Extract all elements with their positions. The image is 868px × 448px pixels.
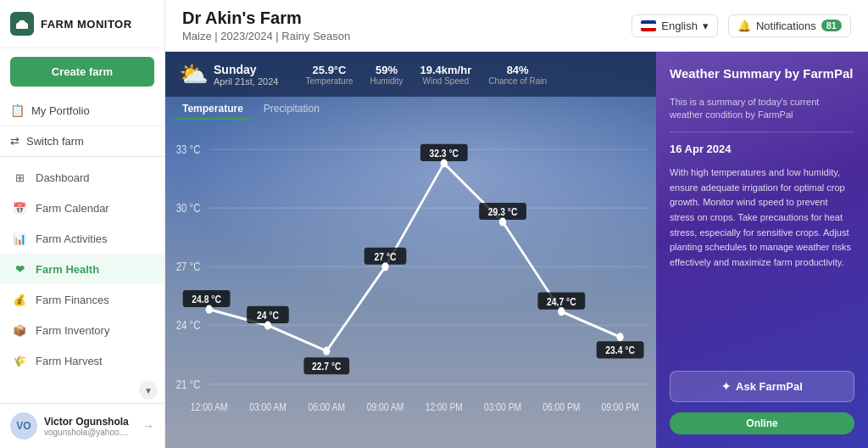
svg-text:06:00 PM: 06:00 PM [542, 401, 580, 412]
svg-text:24 °C: 24 °C [257, 310, 279, 321]
switch-icon: ⇄ [10, 135, 19, 148]
sidebar-logo: FARM MONITOR [0, 0, 164, 48]
notifications-label: Notifications [756, 20, 816, 32]
svg-text:24 °C: 24 °C [176, 319, 201, 332]
finances-icon: 💰 [12, 292, 27, 307]
nav-label-farm-activities: Farm Activities [36, 232, 108, 245]
weather-panel: ⛅ Sunday April 21st, 2024 25.9°C Tempera… [165, 52, 656, 448]
svg-text:27 °C: 27 °C [375, 251, 397, 262]
header-right: English ▾ 🔔 Notifications 81 [632, 14, 851, 37]
panel-divider [670, 132, 854, 132]
weather-date: April 21st, 2024 [214, 76, 278, 87]
header: Dr Akin's Farm Maize | 2023/2024 | Rainy… [165, 0, 868, 52]
sidebar-item-dashboard[interactable]: ⊞ Dashboard [0, 162, 164, 193]
sidebar-item-farm-finances[interactable]: 💰 Farm Finances [0, 284, 164, 315]
notifications-count: 81 [821, 20, 842, 31]
logo-text: FARM MONITOR [41, 18, 132, 31]
user-name: Victor Ogunshola [44, 416, 136, 428]
svg-point-43 [616, 333, 623, 341]
svg-text:30 °C: 30 °C [176, 202, 201, 215]
portfolio-item[interactable]: 📋 My Portfolio [0, 95, 164, 126]
humidity-value: 59% [370, 64, 403, 76]
dashboard-icon: ⊞ [12, 170, 27, 185]
bell-icon: 🔔 [737, 20, 751, 32]
svg-text:27 °C: 27 °C [176, 260, 201, 273]
temperature-stat: 25.9°C Temperature [305, 64, 353, 86]
farm-subtitle: Maize | 2023/2024 | Rainy Season [182, 30, 350, 42]
sidebar: FARM MONITOR Create farm 📋 My Portfolio … [0, 0, 165, 448]
svg-text:22.7 °C: 22.7 °C [312, 361, 342, 372]
summary-date: 16 Apr 2024 [670, 143, 854, 155]
svg-text:09:00 PM: 09:00 PM [601, 401, 638, 412]
health-icon: ❤ [12, 261, 27, 277]
sidebar-item-farm-health[interactable]: ❤ Farm Health [0, 254, 164, 284]
svg-text:09:00 AM: 09:00 AM [367, 401, 404, 412]
portfolio-icon: 📋 [10, 104, 25, 117]
svg-point-40 [441, 159, 448, 167]
svg-text:03:00 PM: 03:00 PM [484, 401, 521, 412]
wind-speed-label: Wind Speed [420, 76, 471, 86]
notifications-button[interactable]: 🔔 Notifications 81 [728, 14, 851, 37]
svg-text:23.4 °C: 23.4 °C [605, 344, 635, 356]
weather-day: Sunday [214, 63, 278, 76]
flag-icon [641, 20, 656, 31]
weather-top-bar: ⛅ Sunday April 21st, 2024 25.9°C Tempera… [165, 52, 656, 97]
nav-label-farm-inventory: Farm Inventory [36, 324, 109, 337]
portfolio-label: My Portfolio [31, 104, 90, 117]
ask-farmpal-button[interactable]: ✦ Ask FarmPal [670, 371, 854, 402]
svg-point-41 [499, 218, 506, 227]
avatar: VO [10, 412, 37, 440]
temperature-value: 25.9°C [305, 64, 353, 76]
nav-label-farm-calendar: Farm Calendar [36, 202, 109, 215]
svg-point-38 [323, 347, 330, 356]
summary-text: With high temperatures and low humidity,… [670, 165, 854, 270]
svg-point-36 [206, 305, 213, 314]
sparkle-icon: ✦ [721, 380, 731, 393]
language-selector[interactable]: English ▾ [632, 14, 718, 37]
inventory-icon: 📦 [12, 322, 27, 338]
create-farm-button[interactable]: Create farm [10, 57, 154, 87]
svg-rect-0 [16, 24, 28, 29]
svg-point-37 [264, 321, 271, 329]
harvest-icon: 🌾 [12, 353, 27, 368]
user-info: Victor Ogunshola vogunshola@yahoo.... [44, 416, 136, 437]
svg-text:21 °C: 21 °C [176, 378, 201, 391]
sun-cloud-icon: ⛅ [179, 60, 209, 88]
sidebar-item-farm-activities[interactable]: 📊 Farm Activities [0, 223, 164, 254]
svg-point-42 [558, 307, 565, 316]
farm-name: Dr Akin's Farm [182, 8, 350, 28]
tab-precipitation[interactable]: Precipitation [255, 99, 328, 120]
rain-chance-label: Chance of Rain [488, 76, 547, 86]
sidebar-item-farm-calendar[interactable]: 📅 Farm Calendar [0, 193, 164, 223]
online-badge: Online [670, 412, 854, 434]
nav-label-farm-health: Farm Health [36, 263, 99, 276]
wind-speed-stat: 19.4km/hr Wind Speed [420, 64, 471, 86]
nav-label-farm-finances: Farm Finances [36, 294, 109, 306]
calendar-icon: 📅 [12, 200, 27, 216]
svg-text:24.8 °C: 24.8 °C [192, 294, 221, 305]
tab-temperature[interactable]: Temperature [174, 99, 252, 120]
chart-tabs: Temperature Precipitation [174, 99, 328, 120]
switch-farm-button[interactable]: ⇄ Switch farm [0, 126, 164, 157]
logo-icon [10, 12, 34, 36]
farm-title-area: Dr Akin's Farm Maize | 2023/2024 | Rainy… [182, 8, 350, 42]
wind-speed-value: 19.4km/hr [420, 64, 471, 76]
chevron-down-icon: ▾ [703, 20, 709, 32]
collapse-button[interactable]: ▼ [0, 378, 164, 403]
collapse-icon[interactable]: ▼ [139, 381, 158, 400]
sidebar-item-farm-harvest[interactable]: 🌾 Farm Harvest [0, 345, 164, 376]
nav-label-farm-harvest: Farm Harvest [36, 355, 103, 367]
rain-chance-stat: 84% Chance of Rain [488, 64, 547, 86]
weather-stats: 25.9°C Temperature 59% Humidity 19.4km/h… [305, 64, 547, 86]
main-content: Dr Akin's Farm Maize | 2023/2024 | Rainy… [165, 0, 868, 448]
logout-icon[interactable]: → [142, 419, 154, 433]
language-label: English [661, 20, 698, 32]
humidity-stat: 59% Humidity [370, 64, 403, 86]
svg-text:12:00 PM: 12:00 PM [426, 401, 463, 412]
nav-label-dashboard: Dashboard [36, 171, 90, 184]
svg-point-39 [381, 262, 388, 271]
rain-chance-value: 84% [488, 64, 547, 76]
sidebar-item-farm-inventory[interactable]: 📦 Farm Inventory [0, 315, 164, 345]
svg-text:32.3 °C: 32.3 °C [429, 148, 459, 159]
panel-subtitle: This is a summary of today's current wea… [670, 96, 854, 122]
